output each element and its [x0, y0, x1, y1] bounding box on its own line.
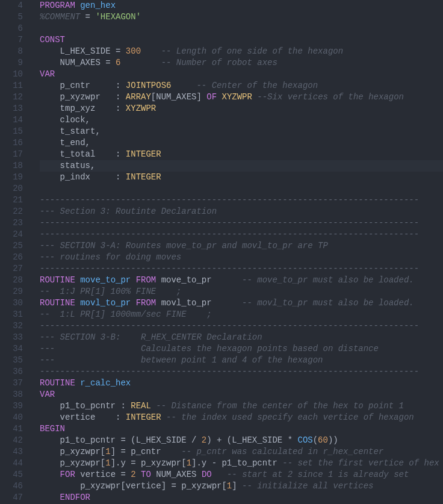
- line-number: 17: [0, 149, 23, 160]
- line-number: 11: [0, 80, 23, 92]
- code-line[interactable]: -- 1:L PR[1] 1000mm/sec FINE ;: [40, 309, 443, 320]
- code-line[interactable]: --- SECTION 3-B: R_HEX_CENTER Declaratio…: [40, 332, 443, 343]
- code-line[interactable]: ROUTINE r_calc_hex: [40, 378, 443, 389]
- line-number: 8: [0, 46, 23, 57]
- code-line[interactable]: vertice : INTEGER -- the index used spec…: [40, 412, 443, 423]
- code-line[interactable]: CONST: [40, 34, 443, 46]
- token: -- Number of robot axes: [161, 58, 277, 67]
- token: [40, 470, 60, 479]
- token: t_end,: [40, 138, 90, 148]
- code-line[interactable]: PROGRAM gen_hex: [40, 0, 443, 11]
- code-line[interactable]: VAR: [40, 69, 443, 80]
- code-line[interactable]: VAR: [40, 389, 443, 400]
- token: [75, 378, 80, 388]
- token: -- 1:L PR[1] 1000mm/sec FINE ;: [40, 310, 212, 319]
- code-line[interactable]: p1_to_pcntr : REAL -- Distance from the …: [40, 400, 443, 412]
- token: [136, 470, 141, 479]
- code-line[interactable]: [40, 23, 443, 34]
- code-line[interactable]: --- SECTION 3-A: Rountes move_to_pr and …: [40, 240, 443, 252]
- token: VAR: [40, 390, 55, 399]
- code-line[interactable]: FOR vertice = 2 TO NUM_AXES DO -- start …: [40, 469, 443, 481]
- line-number: 43: [0, 446, 23, 458]
- code-line[interactable]: status,: [40, 160, 443, 172]
- token: --- Section 3: Routinte Declaration: [40, 207, 217, 216]
- token: p_cntr :: [40, 81, 126, 90]
- line-number: 28: [0, 275, 23, 286]
- line-number: 12: [0, 92, 23, 103]
- code-line[interactable]: ENDFOR: [40, 492, 443, 503]
- line-number: 13: [0, 103, 23, 114]
- code-line[interactable]: p_xyzwpr : ARRAY[NUM_AXES] OF XYZWPR --S…: [40, 92, 443, 103]
- line-number: 41: [0, 423, 23, 435]
- line-number: 34: [0, 343, 23, 355]
- token: vertice :: [40, 412, 126, 422]
- code-line[interactable]: --- between point 1 and 4 of the hexagon: [40, 355, 443, 366]
- token: VAR: [40, 69, 55, 79]
- code-line[interactable]: ROUTINE movl_to_pr FROM movl_to_pr -- mo…: [40, 297, 443, 309]
- code-line[interactable]: %COMMENT = 'HEXAGON': [40, 11, 443, 23]
- token: ].y = p_xyzwpr[: [111, 458, 187, 468]
- code-line[interactable]: L_HEX_SIDE = 300 -- Length of one side o…: [40, 46, 443, 57]
- code-line[interactable]: ----------------------------------------…: [40, 229, 443, 240]
- code-line[interactable]: ----------------------------------------…: [40, 366, 443, 378]
- token: ] = p_cntr: [111, 447, 182, 456]
- code-line[interactable]: -- 1:J PR[1] 100% FINE ;: [40, 286, 443, 297]
- token: NUM_AXES: [151, 470, 202, 479]
- token: =: [80, 12, 95, 22]
- token: p1_to_pcntr :: [40, 401, 131, 411]
- code-editor[interactable]: 4567891011121314151617181920212223242526…: [0, 0, 443, 504]
- code-line[interactable]: NUM_AXES = 6 -- Number of robot axes: [40, 57, 443, 69]
- code-area[interactable]: PROGRAM gen_hex%COMMENT = 'HEXAGON' CONS…: [30, 0, 443, 504]
- token: p_xyzwpr[: [40, 458, 105, 468]
- code-line[interactable]: p_indx : INTEGER: [40, 172, 443, 183]
- code-line[interactable]: ----------------------------------------…: [40, 320, 443, 332]
- code-line[interactable]: clock,: [40, 114, 443, 126]
- code-line[interactable]: --- Section 3: Routinte Declaration: [40, 206, 443, 217]
- token: -- Distance from the center of the hex t…: [156, 401, 404, 411]
- token: [131, 275, 135, 285]
- token: 2: [202, 435, 206, 445]
- token: r_calc_hex: [80, 378, 131, 388]
- line-number: 23: [0, 217, 23, 229]
- token: 1: [105, 458, 110, 468]
- line-number: 6: [0, 23, 23, 34]
- code-line[interactable]: ----------------------------------------…: [40, 217, 443, 229]
- line-number: 47: [0, 492, 23, 503]
- token: p_xyzwpr :: [40, 92, 126, 102]
- code-line[interactable]: ----------------------------------------…: [40, 194, 443, 206]
- code-line[interactable]: t_start,: [40, 126, 443, 137]
- code-line[interactable]: p_cntr : JOINTPOS6 -- Center of the hexa…: [40, 80, 443, 92]
- code-line[interactable]: p_xyzwpr[vertice] = p_xyzwpr[1] -- initi…: [40, 481, 443, 492]
- code-line[interactable]: p_xyzwpr[1] = p_cntr -- p_cntr was calcu…: [40, 446, 443, 458]
- token: [212, 470, 227, 479]
- code-line[interactable]: t_end,: [40, 137, 443, 149]
- line-number: 24: [0, 229, 23, 240]
- token: [75, 298, 80, 308]
- code-line[interactable]: --- routines for doing moves: [40, 252, 443, 263]
- code-line[interactable]: tmp_xyz : XYZWPR: [40, 103, 443, 114]
- token: 2: [131, 470, 135, 479]
- token: --- SECTION 3-B: R_HEX_CENTER Declaratio…: [40, 332, 262, 342]
- code-line[interactable]: BEGIN: [40, 423, 443, 435]
- code-line[interactable]: ----------------------------------------…: [40, 263, 443, 275]
- token: ----------------------------------------…: [40, 321, 419, 331]
- line-number: 10: [0, 69, 23, 80]
- token: FOR: [60, 470, 75, 479]
- line-number: 15: [0, 126, 23, 137]
- code-line[interactable]: [40, 183, 443, 194]
- code-line[interactable]: ROUTINE move_to_pr FROM move_to_pr -- mo…: [40, 275, 443, 286]
- code-line[interactable]: t_total : INTEGER: [40, 149, 443, 160]
- code-line[interactable]: p_xyzwpr[1].y = p_xyzwpr[1].y - p1_to_pc…: [40, 458, 443, 469]
- token: [141, 46, 161, 56]
- code-line[interactable]: p1_to_pcntr = (L_HEX_SIDE / 2) + (L_HEX_…: [40, 435, 443, 446]
- code-line[interactable]: --- Calculates the hexagon points based …: [40, 343, 443, 355]
- line-number: 4: [0, 0, 23, 11]
- token: ----------------------------------------…: [40, 264, 419, 273]
- line-number: 45: [0, 469, 23, 481]
- token: PROGRAM: [40, 1, 75, 10]
- token: [75, 1, 80, 10]
- line-number: 5: [0, 11, 23, 23]
- token: --- Calculates the hexagon points based …: [40, 344, 379, 353]
- line-number: 37: [0, 378, 23, 389]
- token: ----------------------------------------…: [40, 229, 419, 239]
